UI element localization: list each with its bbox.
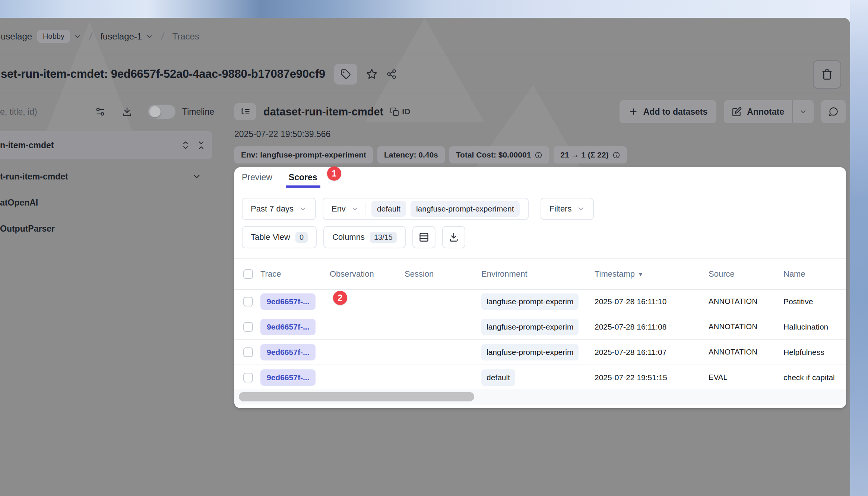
- download-icon[interactable]: [122, 106, 132, 117]
- cost-badge: Total Cost: $0.00001: [449, 146, 549, 163]
- trace-link[interactable]: 9ed6657f-...: [260, 293, 316, 310]
- annotate-button[interactable]: Annotate: [724, 100, 792, 123]
- name-cell: check if capital: [783, 373, 846, 382]
- breadcrumb-separator: /: [161, 31, 165, 42]
- col-header-source[interactable]: Source: [709, 269, 783, 279]
- table-row[interactable]: 9ed6657f-... langfuse-prompt-experim 202…: [234, 340, 846, 365]
- detail-header: dataset-run-item-cmdet ID Add to dataset…: [234, 100, 850, 123]
- share-button[interactable]: [386, 69, 397, 79]
- filters-button[interactable]: Filters: [541, 198, 594, 220]
- export-button[interactable]: [442, 226, 465, 248]
- chevron-down-icon: [577, 205, 585, 213]
- star-button[interactable]: [366, 69, 377, 80]
- tree-item-run-item[interactable]: t-run-item-cmdet: [0, 165, 222, 188]
- env-filter-button[interactable]: Env default langfuse-prompt-experiment: [323, 198, 529, 220]
- trace-link[interactable]: 9ed6657f-...: [260, 319, 316, 335]
- tree-controls: e, title, id) Timeline: [0, 101, 222, 123]
- table-view-label: Table View: [251, 232, 290, 242]
- tokens-badge-label: 21 → 1 (Σ 22): [560, 150, 608, 159]
- table-body: 9ed6657f-... langfuse-prompt-experim 202…: [234, 289, 846, 390]
- timestamp-cell: 2025-07-28 16:11:08: [595, 322, 709, 331]
- tree-item-dataset-run[interactable]: n-item-cmdet: [0, 131, 212, 159]
- peek-title: set-run-item-cmdet: 9ed6657f-52a0-4aac-9…: [1, 67, 325, 81]
- plan-badge: Hobby: [37, 30, 70, 43]
- col-header-name[interactable]: Name: [783, 269, 846, 279]
- annotate-label: Annotate: [747, 107, 784, 117]
- copy-id[interactable]: ID: [390, 107, 410, 117]
- env-value-chip: default: [371, 201, 406, 217]
- annotation-mark-2: 2: [333, 291, 347, 305]
- col-header-session[interactable]: Session: [405, 269, 481, 279]
- chevron-down-icon[interactable]: [74, 33, 81, 40]
- row-checkbox[interactable]: [243, 297, 253, 306]
- table-toolbar: Table View 0 Columns 13/15: [242, 226, 846, 248]
- environment-chip: langfuse-prompt-experim: [481, 344, 579, 360]
- col-header-observation[interactable]: Observation: [330, 269, 405, 279]
- table-view-count: 0: [295, 232, 308, 243]
- tree-item-chatopenai[interactable]: atOpenAI: [0, 191, 222, 214]
- timeline-toggle-label: Timeline: [182, 107, 214, 117]
- date-range-button[interactable]: Past 7 days: [242, 198, 316, 220]
- table-row[interactable]: 9ed6657f-... langfuse-prompt-experim 202…: [234, 314, 846, 340]
- table-row[interactable]: 9ed6657f-... default 2025-07-22 19:51:15…: [234, 365, 846, 390]
- columns-button[interactable]: Columns 13/15: [323, 226, 406, 248]
- filter-sliders-icon[interactable]: [95, 106, 105, 117]
- env-filter-label: Env: [332, 204, 346, 214]
- fold-vertical-icon[interactable]: [197, 141, 206, 150]
- columns-label: Columns: [332, 232, 365, 242]
- chevron-down-icon[interactable]: [192, 172, 202, 181]
- table-row[interactable]: 9ed6657f-... langfuse-prompt-experim 202…: [234, 289, 846, 314]
- breadcrumb-org[interactable]: uselage: [1, 31, 32, 42]
- detail-panel: dataset-run-item-cmdet ID Add to dataset…: [222, 92, 850, 496]
- tab-preview[interactable]: Preview: [242, 167, 272, 188]
- annotate-dropdown-button[interactable]: [793, 100, 814, 123]
- horizontal-scrollbar[interactable]: [234, 389, 846, 405]
- col-header-environment[interactable]: Environment: [481, 269, 595, 279]
- source-cell: ANNOTATION: [709, 297, 783, 306]
- row-checkbox[interactable]: [243, 347, 253, 357]
- tree-item-label: atOpenAI: [0, 198, 38, 208]
- header-checkbox-cell: [234, 269, 253, 279]
- select-all-checkbox[interactable]: [243, 269, 253, 279]
- trace-link[interactable]: 9ed6657f-...: [260, 344, 316, 360]
- chevron-down-icon[interactable]: [146, 33, 153, 40]
- timeline-toggle[interactable]: [148, 105, 175, 119]
- row-height-button[interactable]: [412, 226, 435, 248]
- scrollbar-thumb[interactable]: [239, 392, 474, 401]
- comments-button[interactable]: [821, 100, 846, 123]
- tree-search-input[interactable]: e, title, id): [0, 107, 37, 117]
- info-icon[interactable]: [612, 151, 620, 159]
- add-to-datasets-button[interactable]: Add to datasets: [620, 100, 717, 123]
- breadcrumb-project[interactable]: fuselage-1: [100, 31, 142, 42]
- header-actions: Add to datasets Annotate: [612, 100, 846, 123]
- plus-icon: [628, 107, 638, 117]
- detail-title: dataset-run-item-cmdet: [263, 106, 383, 118]
- sort-desc-icon: ▼: [638, 271, 643, 277]
- row-checkbox[interactable]: [243, 373, 253, 382]
- info-icon[interactable]: [535, 151, 542, 159]
- chevron-down-icon: [299, 205, 307, 213]
- tag-button[interactable]: [334, 64, 357, 85]
- screen: uselage Hobby / fuselage-1 / Traces set-…: [0, 0, 868, 496]
- table-view-button[interactable]: Table View 0: [242, 226, 317, 248]
- breadcrumb-page: Traces: [172, 31, 199, 42]
- name-cell: Hallucination: [783, 322, 846, 331]
- tab-scores[interactable]: Scores: [289, 167, 317, 188]
- delete-button[interactable]: [813, 60, 841, 89]
- edit-icon: [732, 107, 742, 117]
- tabs: Preview Scores: [234, 167, 846, 188]
- copy-icon: [390, 107, 399, 116]
- tree-item-outputparser[interactable]: OutputParser: [0, 217, 222, 241]
- col-header-trace[interactable]: Trace: [253, 269, 330, 279]
- toggle-knob: [149, 106, 161, 117]
- trace-link[interactable]: 9ed6657f-...: [260, 369, 316, 386]
- background-gradient-strip: [850, 0, 868, 496]
- row-checkbox[interactable]: [243, 322, 253, 332]
- id-label: ID: [402, 107, 410, 117]
- detail-badges: Env: langfuse-prompt-experiment Latency:…: [234, 146, 850, 163]
- table-header-row: Trace Observation Session Environment Ti…: [234, 258, 846, 290]
- scores-card: Preview Scores Past 7 days Env default: [234, 167, 846, 408]
- date-range-label: Past 7 days: [251, 204, 294, 214]
- unfold-vertical-icon[interactable]: [181, 141, 190, 150]
- col-header-timestamp[interactable]: Timestamp ▼: [595, 269, 709, 279]
